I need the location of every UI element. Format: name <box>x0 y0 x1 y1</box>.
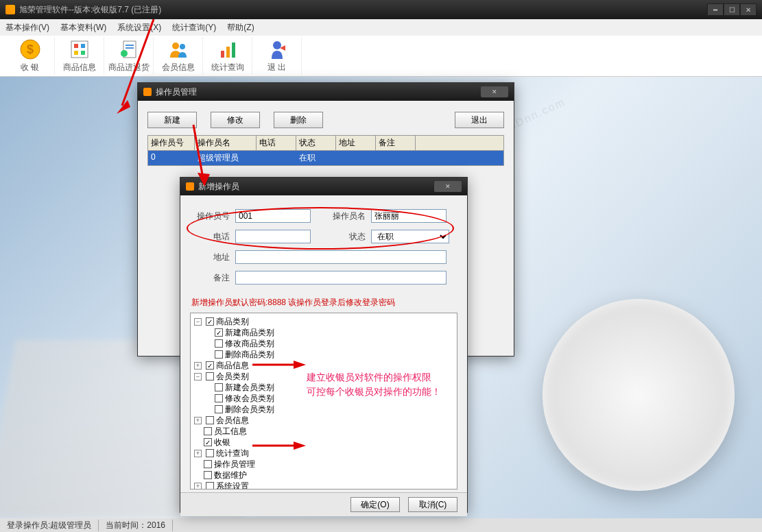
tree-node[interactable]: 收银 <box>214 437 230 448</box>
tree-node[interactable]: 修改商品类别 <box>225 338 274 350</box>
tree-node[interactable]: 数据维护 <box>214 470 247 481</box>
checkbox[interactable] <box>206 449 214 457</box>
delete-button[interactable]: 删除 <box>274 112 323 128</box>
checkbox[interactable] <box>215 328 223 337</box>
col-status[interactable]: 状态 <box>296 136 336 150</box>
dialog-close-button[interactable]: ✕ <box>434 181 462 192</box>
add-operator-dialog: 新增操作员 ✕ 操作员号 操作员名 电话 状态 在职 地址 备注 新增操作员默认… <box>180 177 468 513</box>
expander-icon[interactable]: + <box>194 417 202 424</box>
menu-help[interactable]: 帮助(Z) <box>227 22 254 34</box>
tree-node[interactable]: 修改会员类别 <box>225 393 274 404</box>
table-row[interactable]: 0 超级管理员 在职 <box>148 151 503 165</box>
close-button[interactable]: ✕ <box>740 3 757 16</box>
remark-input[interactable] <box>235 271 447 285</box>
tree-node[interactable]: 系统设置 <box>216 481 249 490</box>
label-address: 地址 <box>191 252 230 263</box>
window-title: 旭荣管理软件--版本:收银版7.7 (已注册) <box>19 4 161 16</box>
background-clock <box>543 299 735 491</box>
checkbox[interactable] <box>204 471 212 479</box>
tool-product-info[interactable]: 商品信息 <box>55 37 104 75</box>
checkbox[interactable] <box>206 372 214 380</box>
cell-name: 超级管理员 <box>195 151 257 165</box>
operator-name-input[interactable] <box>371 209 447 223</box>
tree-node[interactable]: 新建会员类别 <box>225 382 274 394</box>
tree-node[interactable]: 会员信息 <box>216 415 249 426</box>
checkbox[interactable] <box>206 482 214 489</box>
col-remark[interactable]: 备注 <box>376 136 416 150</box>
toolbar: $ 收 银 商品信息 商品进退货 会员信息 统计查询 退 出 <box>0 36 762 77</box>
menu-basic-data[interactable]: 基本资料(W) <box>60 22 106 34</box>
expander-icon[interactable]: + <box>194 362 202 370</box>
statusbar: 登录操作员:超级管理员 当前时间：2016 <box>0 518 762 532</box>
checkbox[interactable] <box>206 361 214 370</box>
expander-icon[interactable]: − <box>194 373 202 380</box>
tool-product-io[interactable]: 商品进退货 <box>104 37 154 75</box>
dialog-close-button[interactable]: ✕ <box>481 86 508 97</box>
phone-input[interactable] <box>235 230 311 243</box>
expander-icon[interactable]: + <box>194 450 202 457</box>
grid-icon <box>69 38 91 60</box>
checkbox[interactable] <box>215 383 223 391</box>
exit-button[interactable]: 退出 <box>455 112 504 128</box>
checkbox[interactable] <box>215 394 223 402</box>
label-id: 操作员号 <box>191 210 230 222</box>
checkbox[interactable] <box>206 416 214 424</box>
minimize-button[interactable]: ━ <box>707 3 724 16</box>
checkbox[interactable] <box>204 438 212 446</box>
password-hint: 新增操作员默认密码:8888 该操作员登录后修改登录密码 <box>180 297 467 313</box>
cell-id: 0 <box>148 151 195 165</box>
checkbox[interactable] <box>215 405 223 413</box>
tool-stat-query[interactable]: 统计查询 <box>203 37 252 75</box>
checkbox[interactable] <box>206 317 214 326</box>
operator-id-input[interactable] <box>235 209 311 223</box>
svg-point-16 <box>273 41 281 49</box>
tree-node[interactable]: 会员类别 <box>216 371 249 383</box>
col-id[interactable]: 操作员号 <box>148 136 195 150</box>
status-operator: 登录操作员:超级管理员 <box>0 520 99 531</box>
svg-rect-14 <box>226 47 230 58</box>
status-time: 当前时间：2016 <box>99 520 173 531</box>
edit-button[interactable]: 修改 <box>211 112 260 128</box>
tool-exit[interactable]: 退 出 <box>252 37 302 75</box>
ok-button[interactable]: 确定(O) <box>350 497 400 512</box>
label-status: 状态 <box>316 231 366 243</box>
checkbox[interactable] <box>204 460 212 468</box>
tool-member-info[interactable]: 会员信息 <box>154 37 203 75</box>
form-area: 操作员号 操作员名 电话 状态 在职 地址 备注 <box>180 195 467 297</box>
tree-node[interactable]: 商品类别 <box>216 316 249 328</box>
checkbox[interactable] <box>204 427 212 435</box>
tree-node[interactable]: 商品信息 <box>216 360 249 372</box>
menu-basic-op[interactable]: 基本操作(V) <box>5 22 49 34</box>
col-name[interactable]: 操作员名 <box>195 136 257 150</box>
table-header: 操作员号 操作员名 电话 状态 地址 备注 <box>148 136 503 151</box>
col-address[interactable]: 地址 <box>336 136 376 150</box>
permission-tree[interactable]: −商品类别 新建商品类别 修改商品类别 删除商品类别 +商品信息 −会员类别 新… <box>190 313 457 489</box>
new-button[interactable]: 新建 <box>147 112 197 128</box>
tree-node[interactable]: 新建商品类别 <box>225 327 274 339</box>
status-select[interactable]: 在职 <box>371 230 449 243</box>
maximize-button[interactable]: ☐ <box>724 3 740 16</box>
tree-node[interactable]: 删除商品类别 <box>225 349 274 361</box>
dialog-title-bar: 操作员管理 ✕ <box>138 83 514 101</box>
menu-sys-setting[interactable]: 系统设置(X) <box>117 22 161 34</box>
dialog-icon <box>186 182 194 191</box>
cancel-button[interactable]: 取消(C) <box>408 497 457 512</box>
checkbox[interactable] <box>215 350 223 359</box>
tree-node[interactable]: 删除会员类别 <box>225 404 274 415</box>
titlebar: 旭荣管理软件--版本:收银版7.7 (已注册) ━ ☐ ✕ <box>0 0 762 19</box>
address-input[interactable] <box>235 250 447 264</box>
svg-rect-6 <box>81 51 85 55</box>
expander-icon[interactable]: − <box>194 318 202 326</box>
operator-table: 操作员号 操作员名 电话 状态 地址 备注 0 超级管理员 在职 <box>147 135 504 166</box>
checkbox[interactable] <box>215 339 223 348</box>
col-phone[interactable]: 电话 <box>257 136 296 150</box>
svg-rect-2 <box>71 41 88 58</box>
tree-node[interactable]: 操作员管理 <box>214 459 255 470</box>
coin-icon: $ <box>19 38 41 60</box>
tool-cashier[interactable]: $ 收 银 <box>5 37 55 75</box>
tree-node[interactable]: 员工信息 <box>214 426 247 437</box>
label-name: 操作员名 <box>316 210 366 222</box>
tree-node[interactable]: 统计查询 <box>216 448 249 459</box>
menu-stat-query[interactable]: 统计查询(Y) <box>172 22 216 34</box>
expander-icon[interactable]: + <box>194 483 202 490</box>
